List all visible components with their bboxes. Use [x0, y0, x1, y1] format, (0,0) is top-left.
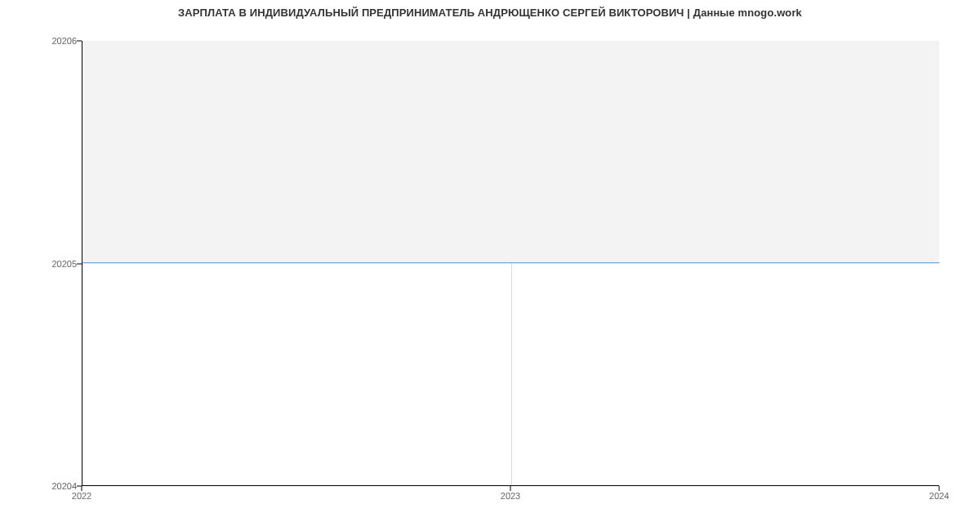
x-tick-label: 2024 [929, 491, 949, 501]
x-tick-mark [510, 486, 511, 491]
area-fill [82, 41, 939, 263]
salary-chart: ЗАРПЛАТА В ИНДИВИДУАЛЬНЫЙ ПРЕДПРИНИМАТЕЛ… [0, 0, 980, 531]
x-tick-mark [939, 486, 940, 491]
x-tick-label: 2023 [501, 491, 520, 501]
y-tick-label: 20206 [3, 36, 77, 46]
x-tick-mark [82, 486, 82, 491]
y-tick-label: 20205 [3, 259, 77, 269]
data-line [82, 262, 939, 263]
chart-title: ЗАРПЛАТА В ИНДИВИДУАЛЬНЫЙ ПРЕДПРИНИМАТЕЛ… [0, 7, 980, 19]
y-tick-label: 20204 [3, 481, 77, 491]
x-tick-label: 2022 [72, 491, 91, 501]
plot-area [82, 41, 939, 486]
